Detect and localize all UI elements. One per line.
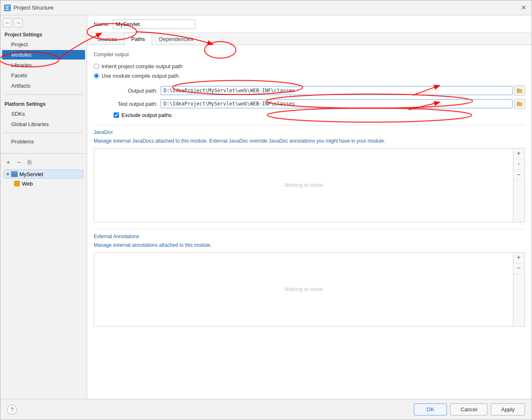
tab-paths[interactable]: Paths [124, 33, 152, 45]
compiler-output-title: Compiler output [94, 52, 525, 59]
forward-button[interactable]: → [14, 18, 23, 27]
use-module-radio-row: Use module compile output path [94, 73, 525, 79]
module-tree-children: Web [12, 179, 83, 188]
javadoc-add-button[interactable]: + [513, 148, 524, 159]
sidebar-item-project[interactable]: Project [2, 40, 85, 49]
sidebar-item-sdks[interactable]: SDKs [2, 109, 85, 119]
output-path-row: Output path: [94, 86, 525, 95]
bottom-actions: OK Cancel Apply [414, 403, 525, 415]
name-row: Name: [87, 15, 532, 33]
module-tree-root[interactable]: ▼ MyServlet [4, 169, 83, 179]
inherit-radio[interactable] [94, 64, 99, 69]
tree-expand-arrow: ▼ [6, 172, 10, 177]
sidebar-item-artifacts[interactable]: Artifacts [2, 81, 85, 91]
help-button[interactable]: ? [7, 405, 17, 415]
dialog-title: Project Structure [14, 5, 518, 11]
sidebar-divider [5, 94, 83, 95]
sidebar-item-global-libraries[interactable]: Global Libraries [2, 119, 85, 129]
test-output-path-input-wrap [161, 99, 525, 109]
svg-rect-9 [518, 102, 519, 103]
use-module-radio[interactable] [94, 73, 99, 79]
inherit-radio-label: Inherit project compile output path [102, 63, 183, 69]
platform-settings-header: Platform Settings [0, 98, 87, 109]
svg-rect-1 [5, 6, 10, 7]
tab-sources[interactable]: Sources [90, 33, 124, 45]
svg-rect-3 [5, 9, 9, 10]
project-structure-dialog: Project Structure ✕ ← → Project Settings… [0, 0, 532, 420]
external-annotations-list-panel: Nothing to show + − [94, 252, 525, 327]
module-tree-toolbar: + − ⎘ [0, 157, 87, 169]
javadoc-list-buttons: + ↑ − [513, 148, 525, 222]
output-path-input[interactable] [161, 86, 513, 95]
module-web-child[interactable]: Web [12, 179, 83, 188]
exclude-label: Exclude output paths [121, 112, 171, 118]
external-annotations-desc: Manage external annotations attached to … [94, 242, 525, 249]
tabs-bar: Sources Paths Dependencies [87, 33, 532, 45]
external-annotations-title: External Annotations [94, 234, 525, 239]
javadoc-list-panel: Nothing to show + ↑ − [94, 148, 525, 222]
test-output-path-browse-button[interactable] [514, 99, 525, 109]
inherit-radio-row: Inherit project compile output path [94, 63, 525, 69]
module-name: MyServlet [19, 171, 43, 177]
javadoc-title: JavaDoc [94, 129, 525, 135]
sidebar-item-modules[interactable]: Modules [2, 50, 85, 60]
compiler-output-radios: Inherit project compile output path Use … [94, 63, 525, 79]
test-output-path-row: Test output path: [94, 99, 525, 109]
title-bar: Project Structure ✕ [0, 0, 532, 15]
sidebar-item-facets[interactable]: Facets [2, 71, 85, 80]
external-annotations-empty-text: Nothing to show [94, 253, 513, 326]
test-output-path-label: Test output path: [104, 101, 157, 107]
external-annotations-add-button[interactable]: + [513, 253, 524, 263]
svg-rect-6 [518, 88, 519, 90]
close-button[interactable]: ✕ [518, 3, 528, 13]
remove-module-button[interactable]: − [14, 158, 24, 167]
output-path-browse-button[interactable] [514, 86, 525, 95]
main-content: ← → Project Settings Project Modules Lib… [0, 15, 532, 399]
javadoc-remove-button[interactable]: − [513, 170, 524, 181]
javadoc-moveup-button[interactable]: ↑ [513, 159, 524, 170]
svg-rect-2 [5, 7, 8, 8]
web-icon [14, 180, 20, 187]
back-button[interactable]: ← [3, 18, 12, 27]
sidebar: ← → Project Settings Project Modules Lib… [0, 15, 87, 399]
web-child-label: Web [22, 181, 33, 187]
exclude-checkbox[interactable] [114, 112, 119, 118]
sidebar-divider-2 [5, 133, 83, 133]
name-input[interactable] [113, 19, 195, 29]
bottom-bar: ? OK Cancel Apply [0, 399, 532, 420]
project-settings-header: Project Settings [0, 29, 87, 39]
app-icon [4, 4, 11, 12]
javadoc-desc: Manage external JavaDocs attached to thi… [94, 138, 525, 145]
exclude-checkbox-row: Exclude output paths [94, 112, 525, 118]
panel-content: Compiler output Inherit project compile … [87, 45, 532, 399]
add-module-button[interactable]: + [4, 158, 13, 167]
output-path-label: Output path: [104, 88, 157, 94]
right-panel: Name: Sources Paths Dependencies Compile… [87, 15, 532, 399]
output-path-input-wrap [161, 86, 525, 95]
use-module-radio-label: Use module compile output path [102, 73, 178, 79]
sidebar-item-problems[interactable]: Problems [2, 137, 85, 146]
javadoc-empty-text: Nothing to show [94, 148, 513, 222]
sidebar-nav: ← → [0, 17, 87, 29]
name-label: Name: [94, 21, 109, 27]
apply-button[interactable]: Apply [491, 403, 525, 415]
sidebar-item-libraries[interactable]: Libraries [2, 60, 85, 70]
tab-dependencies[interactable]: Dependencies [152, 33, 200, 45]
external-annotations-remove-button[interactable]: − [513, 263, 524, 274]
ok-button[interactable]: OK [414, 403, 447, 415]
external-annotations-list-buttons: + − [513, 253, 525, 326]
copy-module-button[interactable]: ⎘ [25, 158, 34, 167]
module-icon [11, 171, 18, 177]
cancel-button[interactable]: Cancel [450, 403, 487, 415]
test-output-path-input[interactable] [161, 99, 513, 108]
